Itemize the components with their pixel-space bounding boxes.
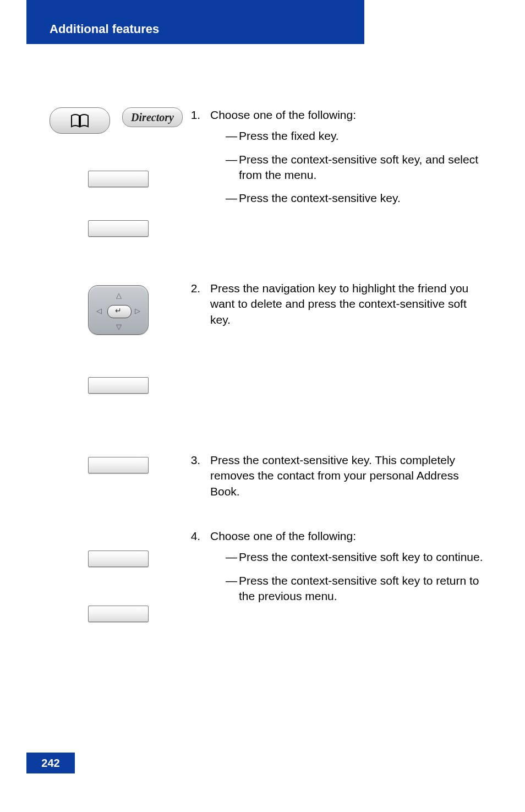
softkey-icon [88, 377, 149, 394]
directory-label: Directory [131, 111, 174, 124]
step4-opt-a: Press the context-sensitive soft key to … [226, 549, 484, 565]
softkey-icon [88, 551, 149, 567]
step4-opt-b: Press the context-sensitive soft key to … [226, 573, 484, 604]
page-number: 242 [26, 753, 75, 773]
navigation-pad-icon: △ ▽ ◁ ▷ ↵ [88, 285, 149, 335]
step-1: Choose one of the following: Press the f… [204, 107, 484, 206]
step-2: Press the navigation key to highlight th… [204, 281, 484, 328]
softkey-icon [88, 171, 149, 187]
directory-fixed-key-icon [50, 107, 110, 134]
book-icon [70, 112, 89, 129]
step1-opt-c: Press the context-sensitive key. [226, 190, 484, 206]
softkey-icon [88, 220, 149, 237]
nav-down-icon: ▽ [116, 323, 122, 331]
nav-enter-icon: ↵ [115, 306, 122, 315]
step-4: Choose one of the following: Press the c… [204, 528, 484, 604]
header-title: Additional features [50, 22, 159, 36]
step1-opt-b: Press the context-sensitive soft key, an… [226, 152, 484, 183]
directory-softkey: Directory [122, 107, 183, 127]
step4-intro: Choose one of the following: [210, 530, 356, 542]
top-strip [26, 0, 364, 14]
nav-right-icon: ▷ [135, 307, 140, 315]
softkey-icon [88, 457, 149, 473]
step-3: Press the context-sensitive key. This co… [204, 453, 484, 499]
softkey-icon [88, 606, 149, 622]
header-bar: Additional features [26, 14, 364, 44]
nav-up-icon: △ [116, 291, 122, 299]
step1-opt-a: Press the fixed key. [226, 128, 484, 144]
nav-left-icon: ◁ [96, 307, 102, 315]
step1-intro: Choose one of the following: [210, 108, 356, 121]
